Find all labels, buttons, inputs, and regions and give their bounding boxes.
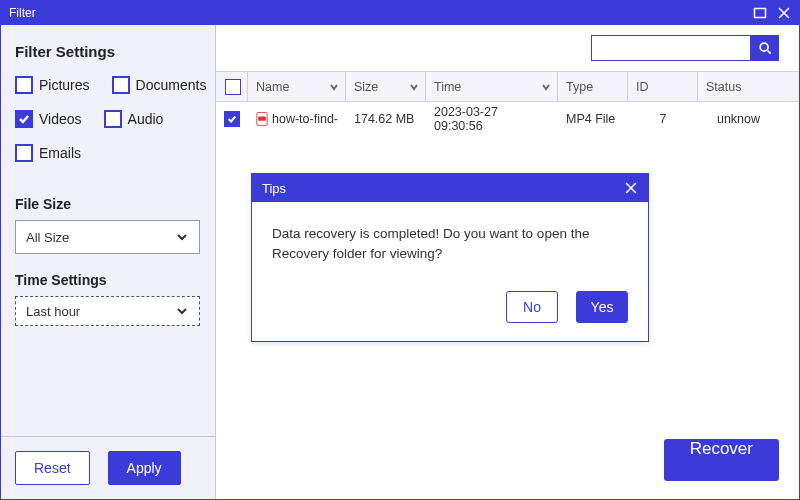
header-status[interactable]: Status [698, 72, 799, 101]
cell-size: 174.62 MB [346, 112, 426, 126]
header-name[interactable]: Name [248, 72, 346, 101]
cell-time: 2023-03-27 09:30:56 [426, 105, 558, 133]
search-input[interactable] [591, 35, 751, 61]
svg-rect-0 [755, 9, 766, 18]
maximize-icon[interactable] [753, 6, 767, 20]
checkbox-icon [15, 76, 33, 94]
chevron-down-icon [175, 304, 189, 318]
window-title: Filter [9, 6, 36, 20]
svg-point-1 [760, 43, 768, 51]
no-button[interactable]: No [506, 291, 558, 323]
file-size-value: All Size [26, 230, 69, 245]
header-type[interactable]: Type [558, 72, 628, 101]
apply-button[interactable]: Apply [108, 451, 181, 485]
checkbox-icon [104, 110, 122, 128]
checkbox-icon [15, 144, 33, 162]
dialog-message: Data recovery is completed! Do you want … [252, 202, 648, 281]
close-icon[interactable] [777, 6, 791, 20]
filter-pictures[interactable]: Pictures [15, 76, 90, 94]
checkbox-icon [225, 79, 241, 95]
chevron-down-icon [175, 230, 189, 244]
sidebar-footer: Reset Apply [1, 436, 215, 499]
table-row[interactable]: how-to-find- 174.62 MB 2023-03-27 09:30:… [216, 102, 799, 136]
svg-rect-3 [258, 116, 266, 120]
table-header: Name Size Time Type ID [216, 72, 799, 102]
filter-emails[interactable]: Emails [15, 144, 81, 162]
titlebar: Filter [1, 1, 799, 25]
search-bar [216, 25, 799, 71]
cell-name: how-to-find- [272, 112, 338, 126]
mp4-file-icon [256, 111, 268, 127]
cell-status: unknow [698, 112, 799, 126]
time-settings-select[interactable]: Last hour [15, 296, 200, 326]
close-icon[interactable] [624, 181, 638, 195]
filter-label: Pictures [39, 77, 90, 93]
filter-settings-heading: Filter Settings [15, 43, 201, 60]
header-id[interactable]: ID [628, 72, 698, 101]
recover-button[interactable]: Recover [664, 439, 779, 481]
dialog-title: Tips [262, 181, 286, 196]
search-icon [758, 41, 772, 55]
header-time[interactable]: Time [426, 72, 558, 101]
file-size-select[interactable]: All Size [15, 220, 200, 254]
filter-label: Videos [39, 111, 82, 127]
filter-documents[interactable]: Documents [112, 76, 207, 94]
row-checkbox[interactable] [224, 111, 240, 127]
tips-dialog: Tips Data recovery is completed! Do you … [251, 173, 649, 342]
dialog-titlebar: Tips [252, 174, 648, 202]
header-size[interactable]: Size [346, 72, 426, 101]
results-table: Name Size Time Type ID [216, 71, 799, 136]
sidebar: Filter Settings Pictures Documents Video… [1, 25, 216, 499]
chevron-down-icon [409, 82, 419, 92]
chevron-down-icon [329, 82, 339, 92]
filter-label: Emails [39, 145, 81, 161]
time-settings-label: Time Settings [15, 272, 201, 288]
filter-videos[interactable]: Videos [15, 110, 82, 128]
checkbox-icon [112, 76, 130, 94]
chevron-down-icon [541, 82, 551, 92]
cell-type: MP4 File [558, 112, 628, 126]
filter-window: Filter Filter Settings Pictures Document… [0, 0, 800, 500]
header-checkbox[interactable] [216, 72, 248, 101]
file-size-label: File Size [15, 196, 201, 212]
search-button[interactable] [751, 35, 779, 61]
filter-label: Audio [128, 111, 164, 127]
filter-audio[interactable]: Audio [104, 110, 164, 128]
time-settings-value: Last hour [26, 304, 80, 319]
checkbox-checked-icon [15, 110, 33, 128]
reset-button[interactable]: Reset [15, 451, 90, 485]
dialog-footer: No Yes [252, 281, 648, 341]
cell-id: 7 [628, 112, 698, 126]
yes-button[interactable]: Yes [576, 291, 628, 323]
filter-label: Documents [136, 77, 207, 93]
